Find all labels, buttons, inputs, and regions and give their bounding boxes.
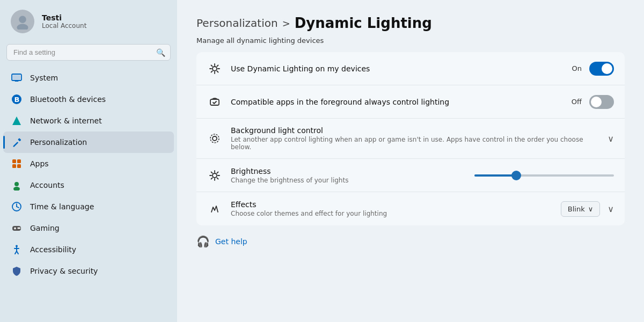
svg-point-39: [213, 136, 217, 141]
main-content: Personalization > Dynamic Lighting Manag…: [177, 0, 644, 322]
svg-line-49: [211, 178, 213, 179]
svg-line-46: [211, 172, 213, 173]
svg-text:B: B: [14, 96, 20, 104]
sidebar-item-accounts[interactable]: Accounts: [3, 174, 174, 196]
sidebar-item-label-gaming: Gaming: [30, 224, 60, 232]
row-control-compatible-apps: Off: [572, 95, 614, 109]
row-text-brightness: BrightnessChange the brightness of your …: [231, 167, 466, 184]
svg-rect-12: [12, 164, 16, 168]
slider-brightness[interactable]: [474, 174, 614, 177]
row-label-use-dynamic-lighting: Use Dynamic Lighting on my devices: [231, 64, 564, 73]
sidebar-item-accessibility[interactable]: Accessibility: [3, 239, 174, 260]
nav-icon-gaming: [11, 222, 23, 234]
svg-rect-3: [15, 81, 19, 82]
sidebar-item-network[interactable]: Network & internet: [3, 110, 174, 131]
toggle-thumb-compatible-apps: [591, 97, 602, 107]
svg-point-29: [213, 67, 217, 71]
user-subtitle: Local Account: [42, 22, 86, 30]
user-name: Testi: [42, 13, 86, 22]
sidebar-item-personalization[interactable]: Personalization: [3, 131, 174, 153]
sidebar-item-system[interactable]: System: [3, 67, 174, 89]
user-profile[interactable]: Testi Local Account: [0, 0, 177, 42]
sidebar-item-time[interactable]: Time & language: [3, 196, 174, 217]
dropdown-value-effects: Blink: [568, 205, 585, 213]
row-control-effects: Blink ∨∨: [561, 201, 614, 217]
get-help-row[interactable]: 🎧 Get help: [196, 235, 625, 248]
sidebar-item-label-accounts: Accounts: [30, 181, 64, 189]
row-label-background-light: Background light control: [231, 126, 597, 135]
svg-line-28: [17, 251, 18, 254]
nav-icon-network: [11, 115, 23, 127]
search-input[interactable]: [6, 44, 171, 61]
nav-icon-privacy: [11, 265, 23, 277]
dropdown-effects[interactable]: Blink ∨: [561, 201, 600, 217]
row-desc-background-light: Let another app control lighting when an…: [231, 136, 597, 151]
svg-point-15: [13, 187, 20, 191]
svg-line-36: [217, 65, 218, 66]
svg-marker-7: [12, 116, 21, 125]
nav-icon-personalization: [11, 136, 23, 148]
sidebar-item-apps[interactable]: Apps: [3, 153, 174, 174]
toggle-compatible-apps[interactable]: [589, 95, 614, 109]
svg-point-24: [16, 245, 18, 247]
svg-line-37: [211, 71, 213, 72]
search-box: 🔍: [6, 44, 171, 61]
chevron-down-icon-background-light[interactable]: ∨: [608, 134, 614, 144]
nav-icon-accessibility: [11, 244, 23, 255]
settings-row-effects: EffectsChoose color themes and effect fo…: [196, 192, 625, 225]
svg-rect-11: [17, 159, 21, 163]
svg-line-47: [217, 178, 218, 179]
svg-rect-10: [12, 159, 16, 163]
sidebar-item-gaming[interactable]: Gaming: [3, 217, 174, 239]
settings-card: Use Dynamic Lighting on my devicesOnComp…: [196, 52, 625, 225]
svg-point-1: [17, 24, 28, 30]
breadcrumb-parent: Personalization: [196, 17, 278, 30]
nav-list: SystemBBluetooth & devicesNetwork & inte…: [0, 66, 177, 322]
row-icon-compatible-apps: [207, 94, 222, 109]
sidebar-item-bluetooth[interactable]: BBluetooth & devices: [3, 89, 174, 110]
sidebar-item-privacy[interactable]: Privacy & security: [3, 260, 174, 282]
nav-icon-accounts: [11, 179, 23, 191]
toggle-use-dynamic-lighting[interactable]: [589, 62, 614, 76]
svg-rect-9: [18, 138, 21, 141]
row-icon-use-dynamic-lighting: [207, 61, 222, 76]
svg-rect-13: [17, 164, 21, 168]
chevron-down-icon-row-effects[interactable]: ∨: [608, 204, 614, 214]
sidebar-item-label-bluetooth: Bluetooth & devices: [30, 95, 106, 104]
slider-thumb-brightness[interactable]: [511, 171, 521, 180]
settings-row-use-dynamic-lighting: Use Dynamic Lighting on my devicesOn: [196, 52, 625, 85]
get-help-link[interactable]: Get help: [215, 237, 247, 246]
slider-track-brightness: [474, 174, 614, 177]
nav-icon-bluetooth: B: [11, 93, 23, 105]
row-text-effects: EffectsChoose color themes and effect fo…: [231, 200, 552, 217]
settings-row-background-light: Background light controlLet another app …: [196, 119, 625, 159]
sidebar-item-label-privacy: Privacy & security: [30, 267, 98, 275]
row-label-brightness: Brightness: [231, 167, 466, 175]
slider-fill-brightness: [474, 174, 516, 177]
row-icon-background-light: [207, 131, 222, 146]
sidebar-item-label-accessibility: Accessibility: [30, 245, 76, 254]
svg-rect-21: [14, 228, 16, 230]
settings-row-brightness: BrightnessChange the brightness of your …: [196, 159, 625, 192]
page-title: Dynamic Lighting: [295, 15, 432, 31]
get-help-icon: 🎧: [196, 235, 210, 248]
row-control-brightness: [474, 174, 614, 177]
row-text-use-dynamic-lighting: Use Dynamic Lighting on my devices: [231, 64, 564, 73]
toggle-label-use-dynamic-lighting: On: [572, 64, 582, 72]
avatar: [11, 10, 34, 33]
svg-point-14: [14, 182, 19, 186]
nav-icon-apps: [11, 158, 23, 170]
svg-line-48: [217, 172, 218, 173]
row-label-effects: Effects: [231, 200, 552, 209]
svg-point-0: [19, 16, 26, 24]
section-subtitle: Manage all dynamic lighting devices: [196, 36, 625, 45]
toggle-thumb-use-dynamic-lighting: [602, 63, 612, 74]
row-label-compatible-apps: Compatible apps in the foreground always…: [231, 98, 563, 106]
chevron-down-icon-dropdown-effects: ∨: [588, 205, 594, 213]
breadcrumb: Personalization > Dynamic Lighting: [196, 15, 625, 31]
toggle-label-compatible-apps: Off: [572, 98, 582, 106]
row-text-background-light: Background light controlLet another app …: [231, 126, 597, 151]
row-desc-effects: Choose color themes and effect for your …: [231, 210, 552, 217]
svg-rect-8: [13, 142, 18, 147]
svg-line-35: [217, 71, 218, 72]
